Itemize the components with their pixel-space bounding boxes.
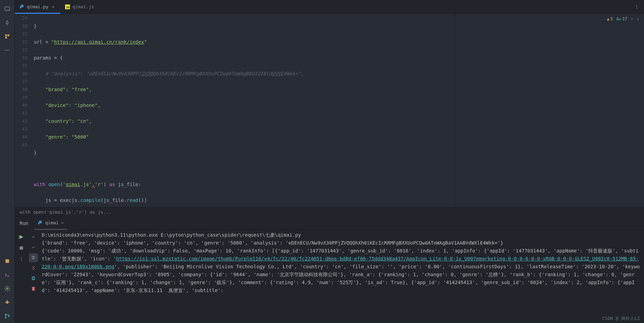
notifications-icon[interactable] [2,256,12,266]
svg-text:JS: JS [66,6,70,9]
run-panel: Run qimai × [15,216,644,323]
run-tab-label: qimai [45,220,59,225]
rerun-button[interactable] [17,233,26,241]
editor-tab-bar: qimai.py × JS qimai.js [15,0,644,14]
tab-label: qimai.js [72,4,94,9]
svg-point-32 [21,259,22,259]
svg-rect-36 [32,278,35,279]
python-icon [20,4,24,9]
scroll-to-end-icon[interactable] [29,263,38,272]
run-menu-icon[interactable] [17,255,26,263]
svg-point-33 [21,260,22,261]
run-toolbar [15,230,28,323]
more-icon[interactable] [2,45,12,55]
vcs-icon[interactable] [2,311,12,321]
run-side-toolbar [28,230,39,323]
clear-icon[interactable] [29,284,38,293]
svg-rect-6 [8,34,9,36]
run-header: Run qimai × [15,217,644,230]
svg-rect-38 [33,279,34,280]
svg-point-21 [21,5,22,5]
python-icon [38,220,43,225]
tab-qimai-js[interactable]: JS qimai.js [60,0,99,14]
main-area: qimai.py × JS qimai.js 29 30 31 32 33 34… [15,0,644,323]
run-output[interactable]: D:\miniconda3\envs\python3.11\python.exe… [39,230,644,323]
svg-point-9 [7,50,8,51]
svg-rect-7 [5,37,7,39]
svg-point-27 [40,221,40,221]
svg-point-13 [7,288,8,290]
soft-wrap-icon[interactable] [29,253,38,262]
print-icon[interactable] [29,274,38,283]
run-title: Run [20,220,28,226]
code-area[interactable]: } url = "https://api.qimai.cn/rank/index… [34,14,455,207]
svg-point-10 [9,50,10,51]
svg-point-19 [5,317,6,318]
inspection-next-icon[interactable]: ↓ [637,17,639,21]
editor[interactable]: 29 30 31 32 33 34 35 36 37 38 39 40 41 4… [15,14,644,207]
close-icon[interactable]: × [51,4,56,9]
project-icon[interactable] [2,4,12,14]
svg-point-8 [5,50,6,51]
svg-point-20 [8,316,9,317]
run-tab[interactable]: qimai × [34,217,67,230]
inspection-bar: ▲5 Aა17 ↑ ↓ [607,17,639,21]
tab-qimai-py[interactable]: qimai.py × [15,0,60,14]
svg-rect-39 [32,287,35,288]
svg-rect-30 [20,246,23,249]
tab-bar-menu-icon[interactable] [634,4,644,9]
svg-point-25 [636,6,637,7]
close-icon[interactable]: × [61,220,64,225]
scroll-up-icon[interactable] [29,233,38,241]
watermark: CSDN @ 局外人LZ [602,315,640,322]
inspection-prev-icon[interactable]: ↑ [631,17,633,21]
svg-point-24 [636,5,637,6]
svg-rect-37 [33,277,34,277]
breadcrumb-text: with open('qimai.js','r') as js... [20,209,111,215]
tab-label: qimai.py [27,4,49,9]
inspection-typos[interactable]: Aა17 [616,17,627,21]
left-tool-sidebar [0,0,15,323]
minimap[interactable]: ▲5 Aა17 ↑ ↓ [455,14,644,207]
svg-marker-28 [20,235,23,239]
debug-icon[interactable] [2,297,12,308]
svg-rect-29 [19,235,19,239]
svg-rect-11 [6,259,9,263]
svg-point-26 [636,8,637,8]
svg-point-2 [6,22,8,24]
svg-point-18 [5,314,6,315]
gutter: 29 30 31 32 33 34 35 36 37 38 39 40 41 4… [15,14,34,207]
svg-rect-5 [5,34,7,36]
svg-rect-0 [5,7,10,11]
breadcrumb[interactable]: with open('qimai.js','r') as js... [15,207,644,216]
inspection-warnings[interactable]: ▲5 [607,17,613,21]
stop-button[interactable] [17,244,26,252]
js-icon: JS [65,4,70,9]
commit-icon[interactable] [2,18,12,28]
structure-icon[interactable] [2,31,12,42]
settings-icon[interactable] [2,283,12,294]
scroll-down-icon[interactable] [29,243,38,252]
svg-point-31 [21,257,22,258]
svg-point-14 [6,301,9,304]
terminal-icon[interactable] [2,270,12,280]
